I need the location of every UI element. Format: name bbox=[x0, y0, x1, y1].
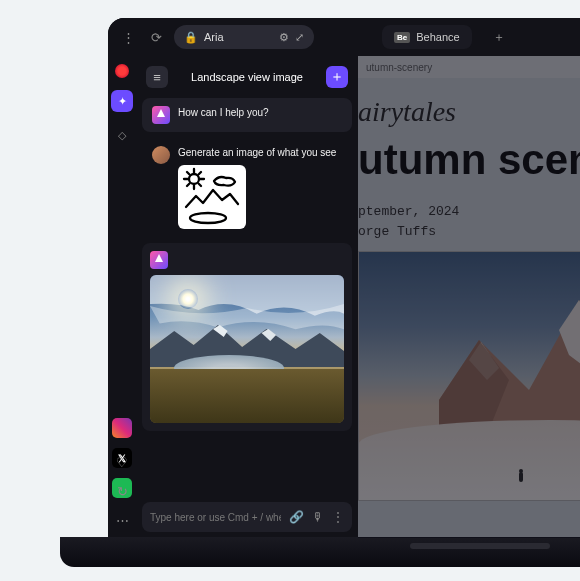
aria-input-row: 🔗 🎙 ⋮ bbox=[142, 502, 352, 532]
user-prompt-text: Generate an image of what you see bbox=[178, 146, 336, 159]
aria-avatar-icon bbox=[150, 251, 168, 269]
svg-point-9 bbox=[190, 213, 226, 223]
svg-line-7 bbox=[187, 184, 190, 187]
settings-icon[interactable]: ⚙ bbox=[279, 31, 289, 44]
webpage-content: utumn-scenery airytales utumn scenery pt… bbox=[358, 56, 580, 538]
trackpad-notch bbox=[410, 543, 550, 549]
link-icon[interactable]: 🔗 bbox=[289, 510, 304, 524]
svg-line-6 bbox=[199, 184, 202, 187]
kebab-icon[interactable]: ⋮ bbox=[332, 510, 344, 524]
laptop-base bbox=[60, 537, 580, 567]
sidebar-rail: ✦ ◇ 𝕏 ♡ ↻ ⋯ bbox=[108, 56, 136, 538]
aria-conversation-title: Landscape view image bbox=[176, 71, 318, 83]
generated-image[interactable] bbox=[150, 275, 344, 423]
menu-icon[interactable]: ⋯ bbox=[116, 513, 129, 528]
undock-icon[interactable]: ⤢ bbox=[295, 31, 304, 44]
svg-line-8 bbox=[199, 172, 202, 175]
user-message: Generate an image of what you see bbox=[142, 138, 352, 237]
hero-image bbox=[358, 251, 580, 501]
browser-topbar: ⋮ ⟳ 🔒 Aria ⚙ ⤢ Be Behance ＋ bbox=[108, 18, 580, 56]
more-icon[interactable]: ⋮ bbox=[118, 27, 138, 47]
lock-icon: 🔒 bbox=[184, 31, 198, 44]
aria-avatar-icon bbox=[152, 106, 170, 124]
new-tab-button[interactable]: ＋ bbox=[490, 28, 508, 46]
diamond-icon: ◇ bbox=[118, 129, 126, 142]
page-author: orge Tuffs bbox=[358, 222, 580, 242]
browser-window: ⋮ ⟳ 🔒 Aria ⚙ ⤢ Be Behance ＋ ✦ ◇ 𝕏 ♡ ↻ ⋯ bbox=[108, 18, 580, 538]
behance-badge-icon: Be bbox=[394, 32, 410, 43]
opera-logo-icon[interactable] bbox=[115, 64, 129, 78]
page-date: ptember, 2024 bbox=[358, 202, 580, 222]
reload-icon[interactable]: ⟳ bbox=[146, 27, 166, 47]
svg-point-0 bbox=[189, 174, 199, 184]
sidebar-bottom: ♡ ↻ ⋯ bbox=[108, 455, 136, 528]
user-sketch-image bbox=[178, 165, 246, 229]
aria-sidebar-button[interactable]: ✦ bbox=[111, 90, 133, 112]
aria-header: ≡ Landscape view image ＋ bbox=[142, 62, 352, 92]
url-strip: utumn-scenery bbox=[358, 56, 580, 78]
user-avatar-icon bbox=[152, 146, 170, 164]
history-icon[interactable]: ↻ bbox=[117, 484, 128, 499]
person-icon bbox=[519, 472, 523, 482]
address-bar[interactable]: 🔒 Aria ⚙ ⤢ bbox=[174, 25, 314, 49]
sidebar-secondary-button[interactable]: ◇ bbox=[111, 124, 133, 146]
sparkle-icon: ✦ bbox=[118, 95, 127, 108]
aria-menu-button[interactable]: ≡ bbox=[146, 66, 168, 88]
page-title: utumn scenery bbox=[358, 136, 580, 184]
tab-behance[interactable]: Be Behance bbox=[382, 25, 472, 49]
aria-generated-card bbox=[142, 243, 352, 431]
svg-line-5 bbox=[187, 172, 190, 175]
aria-panel: ≡ Landscape view image ＋ How can I help … bbox=[136, 56, 358, 538]
aria-greeting-message: How can I help you? bbox=[142, 98, 352, 132]
address-label: Aria bbox=[204, 31, 224, 43]
aria-input[interactable] bbox=[150, 512, 281, 523]
tab-label: Behance bbox=[416, 31, 459, 43]
aria-new-chat-button[interactable]: ＋ bbox=[326, 66, 348, 88]
voice-icon[interactable]: 🎙 bbox=[312, 510, 324, 524]
aria-greeting-text: How can I help you? bbox=[178, 106, 269, 119]
instagram-app-icon[interactable] bbox=[112, 418, 132, 438]
page-meta: ptember, 2024 orge Tuffs bbox=[358, 202, 580, 241]
page-subtitle: airytales bbox=[358, 96, 580, 128]
heart-icon[interactable]: ♡ bbox=[116, 455, 128, 470]
url-fragment: utumn-scenery bbox=[366, 62, 432, 73]
